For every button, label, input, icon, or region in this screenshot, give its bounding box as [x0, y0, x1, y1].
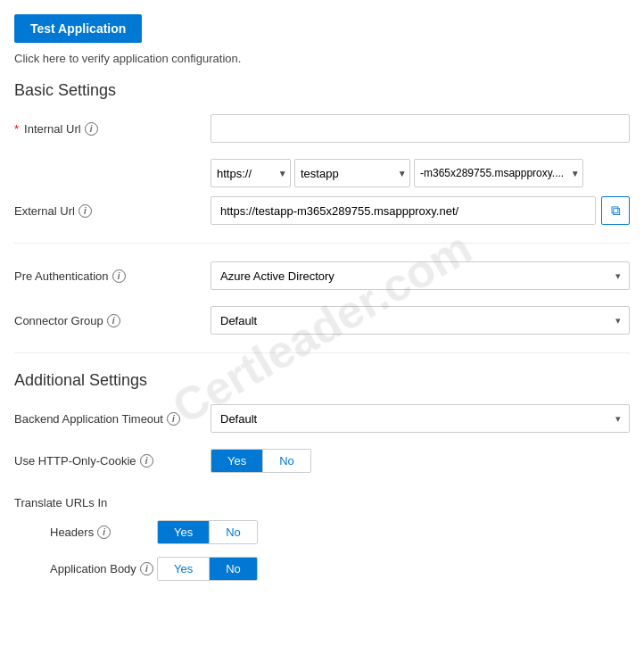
external-url-group: External Url i ⧉ — [14, 196, 630, 225]
headers-label: Headers i — [14, 526, 157, 539]
http-only-cookie-yes-button[interactable]: Yes — [211, 450, 263, 472]
application-body-group: Application Body i Yes No — [14, 557, 630, 581]
internal-url-label: * Internal Url i — [14, 122, 211, 136]
internal-url-group: * Internal Url i — [14, 114, 630, 143]
connector-group-label: Connector Group i — [14, 314, 211, 327]
backend-timeout-label: Backend Application Timeout i — [14, 412, 211, 426]
https-scheme-wrapper: https:// http:// ▾ — [211, 159, 291, 187]
http-only-cookie-group: Use HTTP-Only-Cookie i Yes No — [14, 449, 630, 473]
external-url-label: External Url i — [14, 204, 211, 218]
headers-no-button[interactable]: No — [210, 521, 257, 543]
https-scheme-select[interactable]: https:// http:// — [211, 159, 291, 187]
additional-settings-title: Additional Settings — [14, 371, 630, 390]
application-body-toggle: Yes No — [157, 557, 258, 581]
connector-group-select-wrapper: Default Other — [211, 306, 630, 335]
connector-group-info-icon: i — [107, 314, 120, 327]
internal-url-info-icon: i — [85, 122, 98, 136]
backend-timeout-select-wrapper: Default Long — [211, 404, 630, 433]
translate-urls-section: Translate URLs In Headers i Yes No Appli… — [14, 496, 630, 581]
pre-authentication-select[interactable]: Azure Active Directory Passthrough — [211, 261, 630, 290]
test-application-button[interactable]: Test Application — [14, 14, 142, 43]
basic-settings-title: Basic Settings — [14, 81, 630, 100]
external-url-wrapper: ⧉ — [211, 196, 630, 225]
subtitle-text: Click here to verify application configu… — [14, 52, 630, 65]
url-parts-group: https:// http:// ▾ testapp ▾ -m365x28975… — [211, 159, 630, 187]
application-body-yes-button[interactable]: Yes — [158, 558, 210, 580]
pre-authentication-label: Pre Authentication i — [14, 269, 211, 283]
pre-auth-select-wrapper: Azure Active Directory Passthrough — [211, 261, 630, 290]
application-body-no-button[interactable]: No — [210, 558, 257, 580]
application-body-info-icon: i — [140, 562, 153, 575]
http-only-cookie-info-icon: i — [140, 454, 153, 468]
external-url-input[interactable] — [211, 196, 596, 225]
domain-select[interactable]: -m365x289755.msappproxy.... — [414, 159, 583, 187]
http-only-cookie-label: Use HTTP-Only-Cookie i — [14, 454, 211, 468]
copy-icon: ⧉ — [611, 203, 621, 219]
divider-2 — [14, 352, 630, 353]
headers-toggle: Yes No — [157, 520, 258, 544]
pre-authentication-group: Pre Authentication i Azure Active Direct… — [14, 261, 630, 290]
backend-timeout-select[interactable]: Default Long — [211, 404, 630, 433]
pre-auth-info-icon: i — [112, 269, 126, 283]
internal-url-input[interactable] — [211, 114, 630, 143]
headers-group: Headers i Yes No — [14, 520, 630, 544]
headers-yes-button[interactable]: Yes — [158, 521, 210, 543]
divider-1 — [14, 243, 630, 244]
appname-select[interactable]: testapp — [294, 159, 410, 187]
connector-group-group: Connector Group i Default Other — [14, 306, 630, 335]
external-url-info-icon: i — [78, 204, 92, 218]
application-body-label: Application Body i — [14, 562, 157, 575]
copy-url-button[interactable]: ⧉ — [601, 196, 630, 225]
backend-timeout-group: Backend Application Timeout i Default Lo… — [14, 404, 630, 433]
headers-info-icon: i — [97, 526, 111, 539]
http-only-cookie-toggle: Yes No — [211, 449, 311, 473]
backend-timeout-info-icon: i — [167, 412, 180, 426]
connector-group-select[interactable]: Default Other — [211, 306, 630, 335]
appname-wrapper: testapp ▾ — [294, 159, 410, 187]
translate-urls-label: Translate URLs In — [14, 496, 630, 509]
http-only-cookie-no-button[interactable]: No — [263, 450, 310, 472]
required-star: * — [14, 122, 19, 136]
domain-wrapper: -m365x289755.msappproxy.... ▾ — [414, 159, 583, 187]
